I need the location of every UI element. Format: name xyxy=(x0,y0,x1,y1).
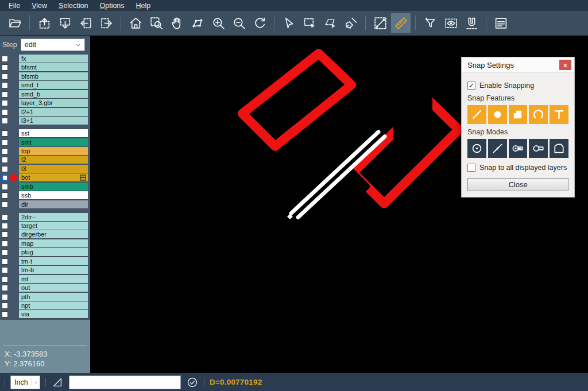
layer-visibility-checkbox[interactable] xyxy=(2,258,8,265)
layer-label[interactable]: ssb xyxy=(19,191,88,200)
step-select[interactable]: edit xyxy=(21,38,85,51)
layer-label[interactable]: npt xyxy=(19,301,88,310)
command-input[interactable] xyxy=(69,375,181,389)
layer-visibility-checkbox[interactable] xyxy=(2,91,8,98)
layer-row[interactable]: smd_t xyxy=(0,81,90,90)
view-box-button[interactable] xyxy=(441,13,461,33)
layer-row[interactable]: l3 xyxy=(0,165,90,173)
zoom-previous-button[interactable] xyxy=(250,13,269,33)
layer-label[interactable]: sst xyxy=(19,129,88,138)
menu-item-view[interactable]: View xyxy=(26,1,52,10)
layer-row[interactable]: via xyxy=(0,310,90,319)
angle-icon[interactable] xyxy=(51,376,64,389)
open-folder-button[interactable] xyxy=(5,13,25,33)
layer-row[interactable]: layer_3.gbr xyxy=(0,99,90,107)
layer-row[interactable]: tm-b xyxy=(0,266,90,274)
menu-item-file[interactable]: File xyxy=(3,1,25,10)
layer-label[interactable]: bot xyxy=(19,173,88,182)
layer-visibility-checkbox[interactable] xyxy=(2,294,8,300)
mode-pad-center-button[interactable] xyxy=(467,139,486,158)
magnet-button[interactable] xyxy=(462,13,481,33)
layer-visibility-checkbox[interactable] xyxy=(2,56,8,62)
layer-label[interactable]: 2dir-- xyxy=(19,213,88,222)
layer-visibility-checkbox[interactable] xyxy=(2,202,8,208)
layer-visibility-checkbox[interactable] xyxy=(2,130,8,137)
layer-visibility-checkbox[interactable] xyxy=(2,214,8,220)
layer-label[interactable]: mt xyxy=(19,275,88,284)
confirm-icon[interactable] xyxy=(186,376,199,389)
zoom-shape-button[interactable] xyxy=(188,13,207,33)
layer-visibility-checkbox[interactable] xyxy=(2,82,8,88)
layer-row[interactable]: dir xyxy=(0,200,90,209)
layer-visibility-checkbox[interactable] xyxy=(2,148,8,154)
layer-label[interactable]: target xyxy=(19,222,88,230)
box-down-button[interactable] xyxy=(55,13,75,33)
layer-label[interactable]: l3+1 xyxy=(19,117,88,125)
layer-row[interactable]: l3+1 xyxy=(0,117,90,125)
mode-line-mid-button[interactable] xyxy=(488,139,507,158)
layer-row[interactable]: mt xyxy=(0,275,90,284)
layer-label[interactable]: smd_t xyxy=(19,81,88,90)
poly-select-button[interactable] xyxy=(320,13,340,33)
layer-row[interactable]: bfsmt xyxy=(0,63,90,72)
layer-row[interactable]: out xyxy=(0,284,90,292)
zoom-in-button[interactable] xyxy=(208,13,228,33)
layer-row[interactable]: top xyxy=(0,147,90,156)
layer-row[interactable]: smb xyxy=(0,183,90,191)
layer-row[interactable]: plug xyxy=(0,248,90,257)
layer-label[interactable]: bfsmt xyxy=(19,63,88,72)
layer-label[interactable]: out xyxy=(19,284,88,292)
layer-label[interactable]: tm-b xyxy=(19,266,88,274)
layer-row[interactable]: target xyxy=(0,222,90,230)
layer-label[interactable]: map xyxy=(19,239,88,248)
layer-visibility-checkbox[interactable] xyxy=(2,184,8,190)
layer-visibility-checkbox[interactable] xyxy=(2,100,8,106)
snap-surface-button[interactable] xyxy=(509,105,528,124)
layer-row[interactable]: npt xyxy=(0,301,90,310)
layer-visibility-checkbox[interactable] xyxy=(2,249,8,255)
layer-row[interactable]: pth xyxy=(0,293,90,301)
layer-visibility-checkbox[interactable] xyxy=(2,140,8,146)
layer-visibility-checkbox[interactable] xyxy=(2,276,8,282)
layer-visibility-checkbox[interactable] xyxy=(2,223,8,229)
layer-row[interactable]: l2+1 xyxy=(0,108,90,117)
layer-row[interactable]: dirgerber xyxy=(0,230,90,239)
layer-label[interactable]: smb xyxy=(19,183,88,191)
layer-label[interactable]: pth xyxy=(19,293,88,301)
layer-label[interactable]: top xyxy=(19,147,88,156)
pan-hand-button[interactable] xyxy=(167,13,187,33)
layer-visibility-checkbox[interactable] xyxy=(2,192,8,199)
mode-slot-inner-button[interactable] xyxy=(509,139,528,158)
layer-visibility-checkbox[interactable] xyxy=(2,285,8,291)
layer-visibility-checkbox[interactable] xyxy=(2,231,8,238)
box-up-button[interactable] xyxy=(34,13,54,33)
layer-visibility-checkbox[interactable] xyxy=(2,157,8,163)
box-right-button[interactable] xyxy=(96,13,116,33)
layer-row[interactable]: 2dir-- xyxy=(0,213,90,222)
layer-row[interactable]: smd_b xyxy=(0,90,90,99)
layer-label[interactable]: dirgerber xyxy=(19,230,88,239)
unit-select[interactable]: Inch xyxy=(10,375,40,389)
layer-label[interactable]: layer_3.gbr xyxy=(19,99,88,107)
layer-label[interactable]: plug xyxy=(19,248,88,257)
snap-arc-button[interactable] xyxy=(529,105,548,124)
mode-slot-button[interactable] xyxy=(529,139,548,158)
layer-visibility-checkbox[interactable] xyxy=(2,109,8,115)
line-tool-button[interactable] xyxy=(370,13,390,33)
filter-button[interactable] xyxy=(420,13,440,33)
layer-label[interactable]: dir xyxy=(19,200,88,209)
layer-visibility-checkbox[interactable] xyxy=(2,311,8,318)
layer-row[interactable]: bfsmb xyxy=(0,72,90,81)
layer-row[interactable]: ssb xyxy=(0,191,90,200)
layer-visibility-checkbox[interactable] xyxy=(2,73,8,80)
layer-row[interactable]: l2 xyxy=(0,156,90,164)
menu-item-help[interactable]: Help xyxy=(131,1,156,10)
layer-panel-button[interactable] xyxy=(491,13,510,33)
layer-visibility-checkbox[interactable] xyxy=(2,303,8,309)
box-left-button[interactable] xyxy=(76,13,95,33)
layer-label[interactable]: l2+1 xyxy=(19,108,88,117)
layer-label[interactable]: l3 xyxy=(19,165,88,173)
close-button[interactable]: Close xyxy=(467,178,568,191)
menu-item-selection[interactable]: Selection xyxy=(53,1,93,10)
layer-label[interactable]: smd_b xyxy=(19,90,88,99)
